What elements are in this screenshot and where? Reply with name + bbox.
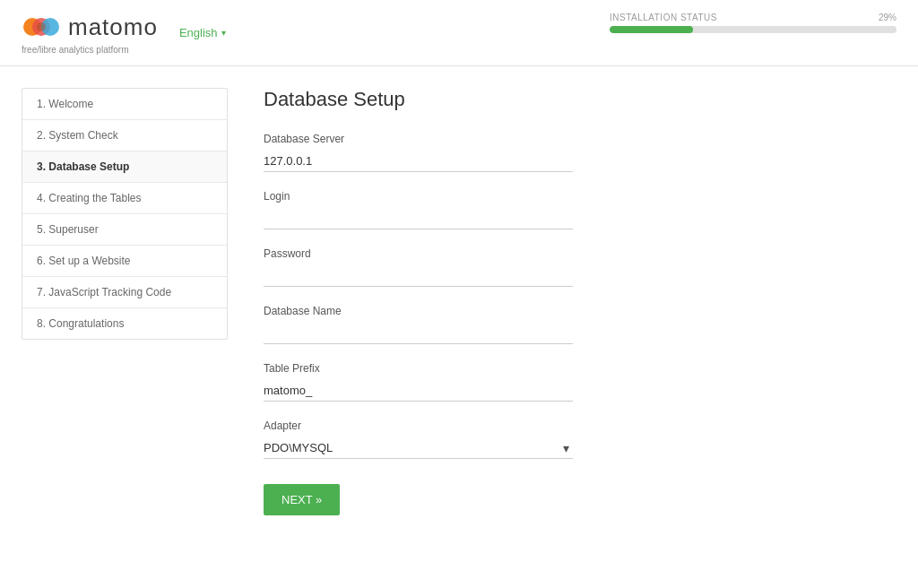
main-layout: 1. Welcome 2. System Check 3. Database S… [0, 66, 918, 537]
status-label: INSTALLATION STATUS [610, 13, 717, 22]
login-group: Login [264, 190, 882, 229]
sidebar-item-congratulations[interactable]: 8. Congratulations [22, 308, 227, 339]
page-title: Database Setup [264, 88, 882, 111]
login-input[interactable] [264, 208, 573, 229]
sidebar-item-welcome[interactable]: 1. Welcome [22, 89, 227, 120]
sidebar-item-creating-tables[interactable]: 4. Creating the Tables [22, 183, 227, 214]
logo-area: matomo free/libre analytics platform [22, 11, 158, 55]
logo-text: matomo [68, 13, 158, 41]
chevron-down-icon: ▾ [221, 28, 226, 38]
table-prefix-label: Table Prefix [264, 362, 882, 375]
db-name-group: Database Name [264, 305, 882, 344]
db-server-input[interactable] [264, 151, 573, 172]
matomo-logo-icon [22, 11, 61, 43]
db-server-label: Database Server [264, 133, 882, 145]
svg-point-3 [37, 22, 46, 31]
adapter-group: Adapter PDO\MYSQL MYSQLI PDO\PGSQL ▾ [264, 419, 882, 459]
sidebar-item-database-setup[interactable]: 3. Database Setup [22, 151, 227, 183]
progress-bar-bg [610, 26, 896, 33]
sidebar-item-setup-website[interactable]: 6. Set up a Website [22, 246, 227, 277]
sidebar: 1. Welcome 2. System Check 3. Database S… [22, 88, 228, 340]
adapter-select-wrapper: PDO\MYSQL MYSQLI PDO\PGSQL ▾ [264, 437, 573, 459]
tagline: free/libre analytics platform [22, 45, 158, 55]
status-row: INSTALLATION STATUS 29% [610, 13, 896, 22]
header: matomo free/libre analytics platform Eng… [0, 0, 918, 66]
password-label: Password [264, 247, 882, 260]
db-name-input[interactable] [264, 323, 573, 344]
status-percent: 29% [879, 13, 896, 22]
db-server-group: Database Server [264, 133, 882, 172]
sidebar-item-system-check[interactable]: 2. System Check [22, 120, 227, 151]
login-label: Login [264, 190, 882, 203]
password-group: Password [264, 247, 882, 287]
table-prefix-group: Table Prefix [264, 362, 882, 402]
language-label: English [179, 26, 218, 39]
installation-status: INSTALLATION STATUS 29% [610, 13, 896, 33]
progress-bar-fill [610, 26, 693, 33]
adapter-label: Adapter [264, 419, 882, 432]
next-button[interactable]: NEXT » [264, 484, 340, 515]
content-area: Database Setup Database Server Login Pas… [249, 88, 896, 515]
db-name-label: Database Name [264, 305, 882, 317]
adapter-select[interactable]: PDO\MYSQL MYSQLI PDO\PGSQL [264, 437, 573, 459]
logo-row: matomo [22, 11, 158, 43]
password-input[interactable] [264, 265, 573, 287]
table-prefix-input[interactable] [264, 380, 573, 402]
language-selector[interactable]: English ▾ [179, 26, 226, 39]
sidebar-item-tracking-code[interactable]: 7. JavaScript Tracking Code [22, 277, 227, 308]
sidebar-item-superuser[interactable]: 5. Superuser [22, 214, 227, 246]
